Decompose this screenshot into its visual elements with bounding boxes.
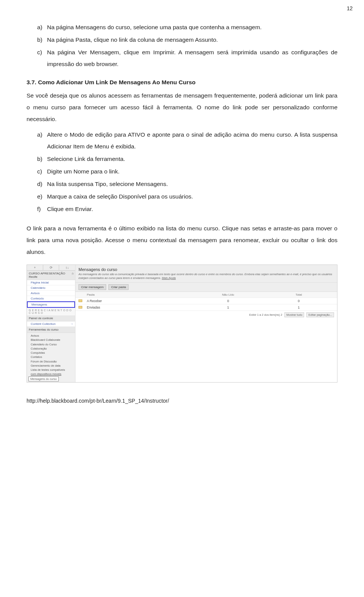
- nav-mensagens[interactable]: Mensagens: [27, 301, 75, 308]
- tool-item[interactable]: Calendário do Curso: [31, 342, 75, 347]
- paragraph-1: Se você deseja que os alunos acessem as …: [27, 90, 337, 125]
- add-icon[interactable]: +: [27, 265, 43, 270]
- criar-mensagem-button[interactable]: Criar mensagem: [78, 284, 106, 290]
- page-number: 12: [347, 5, 353, 11]
- list2-e: Marque a caixa de seleção Disponível par…: [47, 191, 337, 202]
- tool-mensagens-curso[interactable]: Mensagens do curso: [28, 376, 59, 381]
- control-panel[interactable]: Painel de controle: [27, 315, 75, 321]
- management-header: G E R E N C I A M E N T O D O C U R S O: [27, 308, 75, 315]
- tool-item[interactable]: Contatos: [31, 355, 75, 359]
- col-pasta: Pasta: [87, 293, 193, 296]
- list2-b: Selecione Link da ferramenta.: [47, 153, 337, 165]
- list1-b: Na página Pasta, clique no link da colun…: [47, 34, 337, 46]
- tool-item[interactable]: Colaboração: [31, 347, 75, 351]
- reorder-icon[interactable]: ↕↓: [59, 265, 75, 270]
- table-row[interactable]: Enviadas 1 1: [75, 304, 337, 311]
- nav-calendario[interactable]: Calendário: [27, 285, 75, 291]
- tools-list: Avisos Blackboard Collaborate Calendário…: [27, 333, 75, 382]
- list2-d: Na lista suspensa Tipo, selecione Mensag…: [47, 178, 337, 190]
- table-row[interactable]: A Receber 0 0: [75, 298, 337, 304]
- content-collection[interactable]: Content Collection→: [27, 321, 75, 327]
- page-title: Mensagens do curso: [78, 267, 334, 272]
- list2-f: Clique em Enviar.: [47, 203, 337, 215]
- list1-a: Na página Mensagens do curso, selecione …: [47, 21, 337, 33]
- show-all-button[interactable]: Mostrar tudo: [284, 312, 304, 317]
- page-desc: As mensagens do curso são a comunicação …: [78, 273, 334, 280]
- folder-icon: [78, 306, 82, 309]
- course-subtitle: Recife: [29, 275, 73, 279]
- tools-header[interactable]: Ferramentas do curso: [27, 327, 75, 333]
- nav-avisos[interactable]: Avisos: [27, 291, 75, 296]
- nav-pagina-inicial[interactable]: Página Inicial: [27, 280, 75, 285]
- tool-item[interactable]: Avisos: [31, 334, 75, 338]
- list1-c: Na página Ver Mensagem, clique em Imprim…: [47, 46, 337, 70]
- nav-conteudo[interactable]: Conteúdo: [27, 296, 75, 301]
- refresh-icon[interactable]: ⟳: [43, 265, 60, 270]
- folder-icon: [78, 299, 82, 302]
- footer-url: http://help.blackboard.com/pt-br/Learn/9…: [27, 398, 337, 404]
- list2-a: Altere o Modo de edição para ATIVO e apo…: [47, 129, 337, 152]
- course-title: CURSO APRESENTAÇÃO: [29, 272, 65, 275]
- tool-item-more[interactable]: com dispositivos móveis: [31, 372, 75, 376]
- criar-pasta-button[interactable]: Criar pasta: [108, 284, 129, 290]
- section-heading: 3.7. Como Adicionar Um Link De Mensagens…: [27, 79, 337, 86]
- pager-text: Exibir 1 a 2 dos item(ns) 2: [249, 313, 282, 317]
- more-help-link[interactable]: Mais Ajuda: [162, 276, 176, 280]
- tool-item[interactable]: Fórum de Discussão: [31, 359, 75, 364]
- edit-pagination-button[interactable]: Editar paginação...: [306, 312, 334, 317]
- ordered-list-1: a)Na página Mensagens do curso, selecion…: [37, 21, 337, 70]
- tool-item[interactable]: Blackboard Collaborate: [31, 338, 75, 342]
- col-nao-lido: Não Lido: [193, 293, 263, 296]
- home-icon[interactable]: ⌂: [72, 272, 74, 275]
- list2-c: Digite um Nome para o link.: [47, 165, 337, 177]
- ordered-list-2: a)Altere o Modo de edição para ATIVO e a…: [37, 129, 337, 215]
- tool-item[interactable]: Conquistas: [31, 351, 75, 355]
- tool-item[interactable]: Lista de testes compatíveis: [31, 368, 75, 372]
- tool-item[interactable]: Gerenciamento de data: [31, 364, 75, 368]
- paragraph-2: O link para a nova ferramenta é o último…: [27, 222, 337, 258]
- embedded-screenshot: + ⟳ ↕↓ CURSO APRESENTAÇÃO ⌂ Recife Págin…: [27, 265, 337, 383]
- col-total: Total: [264, 293, 334, 296]
